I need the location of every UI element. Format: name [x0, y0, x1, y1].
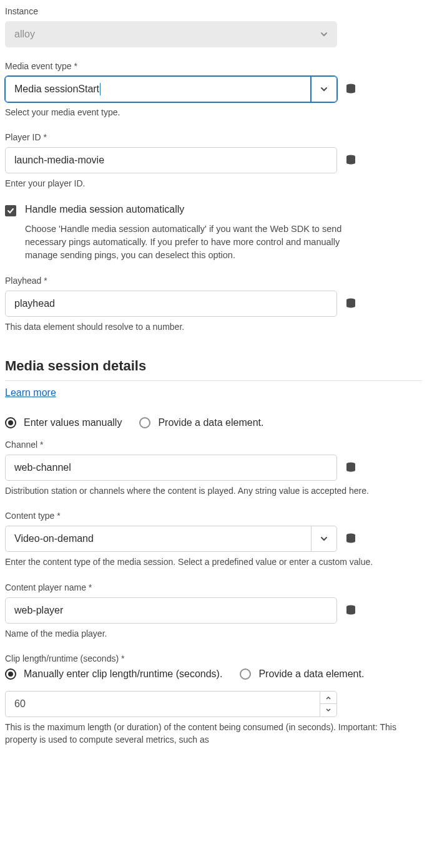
clip-length-help: This is the maximum length (or duration)…: [5, 721, 422, 746]
section-title: Media session details: [5, 358, 422, 374]
stepper-down-icon[interactable]: [320, 704, 336, 716]
channel-input[interactable]: [5, 455, 337, 481]
content-player-name-label: Content player name *: [5, 582, 422, 592]
database-icon[interactable]: [345, 461, 357, 474]
handle-auto-desc: Choose 'Handle media session automatical…: [25, 223, 362, 262]
media-event-type-label: Media event type *: [5, 61, 422, 71]
clip-length-input[interactable]: 60: [5, 691, 337, 717]
chevron-down-icon[interactable]: [311, 526, 337, 552]
instance-label: Instance: [5, 6, 422, 16]
database-icon[interactable]: [345, 83, 357, 95]
database-icon[interactable]: [345, 604, 357, 617]
player-id-label: Player ID *: [5, 132, 422, 142]
radio-enter-manually[interactable]: Enter values manually: [5, 417, 122, 428]
media-event-type-help: Select your media event type.: [5, 106, 422, 118]
content-player-name-input[interactable]: [5, 597, 337, 624]
channel-help: Distribution station or channels where t…: [5, 485, 422, 497]
content-type-help: Enter the content type of the media sess…: [5, 556, 422, 568]
instance-dropdown[interactable]: alloy: [5, 21, 337, 47]
handle-auto-checkbox[interactable]: [5, 205, 16, 216]
player-id-help: Enter your player ID.: [5, 177, 422, 190]
database-icon[interactable]: [345, 533, 357, 545]
media-event-type-dropdown[interactable]: Media sessionStart: [5, 76, 337, 102]
radio-clip-data-element[interactable]: Provide a data element.: [240, 668, 364, 680]
learn-more-link[interactable]: Learn more: [5, 387, 56, 398]
handle-auto-label: Handle media session automatically: [25, 204, 184, 215]
content-type-dropdown[interactable]: Video-on-demand: [5, 526, 337, 552]
content-player-name-help: Name of the media player.: [5, 627, 422, 640]
database-icon[interactable]: [345, 154, 357, 166]
playhead-help: This data element should resolve to a nu…: [5, 321, 422, 333]
content-type-label: Content type *: [5, 511, 422, 521]
divider: [5, 380, 422, 381]
clip-length-label: Clip length/runtime (seconds) *: [5, 653, 422, 663]
stepper-up-icon[interactable]: [320, 692, 336, 705]
database-icon[interactable]: [345, 297, 357, 310]
playhead-input[interactable]: [5, 291, 337, 317]
playhead-label: Playhead *: [5, 276, 422, 286]
player-id-input[interactable]: [5, 147, 337, 173]
chevron-down-icon[interactable]: [311, 76, 337, 102]
radio-clip-manual[interactable]: Manually enter clip length/runtime (seco…: [5, 668, 222, 680]
radio-provide-data-element[interactable]: Provide a data element.: [139, 417, 263, 428]
channel-label: Channel *: [5, 440, 422, 450]
chevron-down-icon: [311, 21, 337, 47]
